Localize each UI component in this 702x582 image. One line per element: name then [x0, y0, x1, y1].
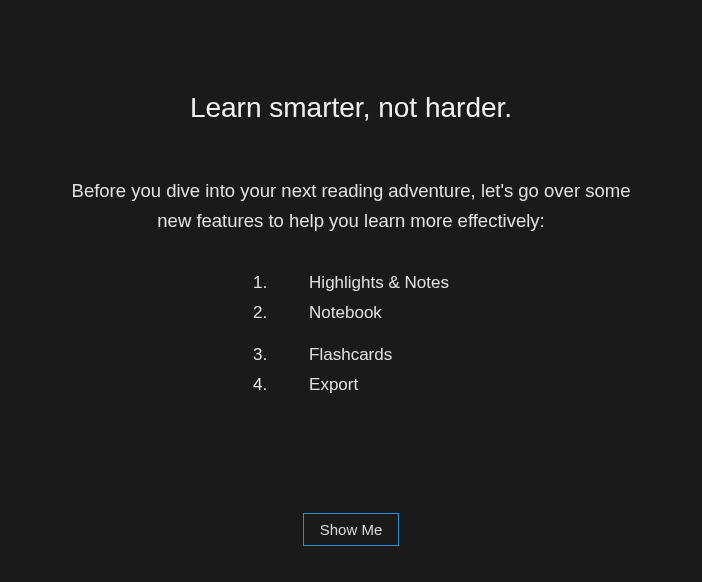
feature-number: 4. [253, 375, 309, 395]
feature-label: Notebook [309, 303, 382, 323]
feature-label: Flashcards [309, 345, 392, 365]
feature-item: 3. Flashcards [253, 345, 392, 365]
feature-label: Highlights & Notes [309, 273, 449, 293]
feature-number: 3. [253, 345, 309, 365]
show-me-button[interactable]: Show Me [303, 513, 400, 546]
feature-item: 4. Export [253, 375, 358, 395]
feature-item: 2. Notebook [253, 303, 382, 323]
feature-number: 1. [253, 273, 309, 293]
feature-item: 1. Highlights & Notes [253, 273, 449, 293]
feature-number: 2. [253, 303, 309, 323]
button-area: Show Me [0, 513, 702, 546]
dialog-title: Learn smarter, not harder. [190, 92, 512, 124]
feature-list: 1. Highlights & Notes 2. Notebook 3. Fla… [253, 273, 449, 405]
onboarding-dialog: Learn smarter, not harder. Before you di… [0, 0, 702, 582]
dialog-description: Before you dive into your next reading a… [61, 176, 641, 235]
feature-label: Export [309, 375, 358, 395]
